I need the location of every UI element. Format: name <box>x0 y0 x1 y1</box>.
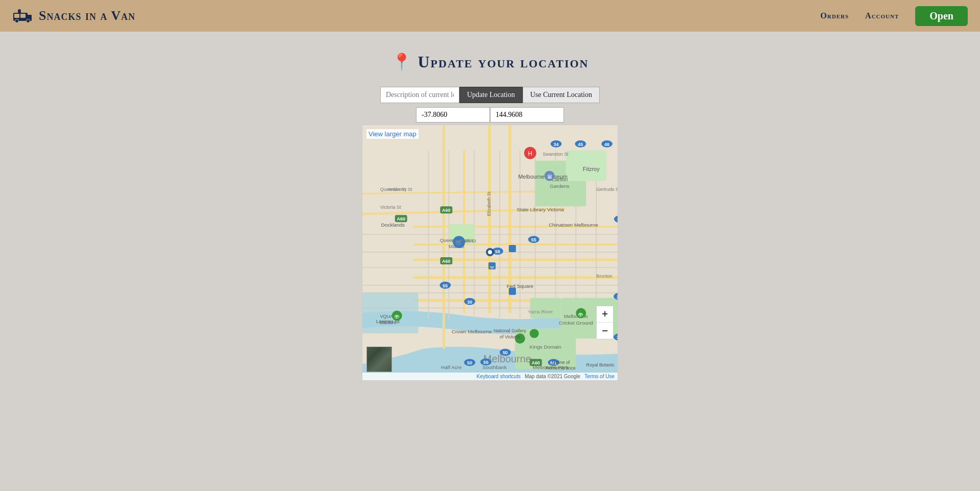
latitude-input[interactable] <box>416 107 490 122</box>
map-footer: Keyboard shortcuts Map data ©2021 Google… <box>362 373 618 380</box>
svg-text:🏛: 🏛 <box>547 174 552 180</box>
svg-text:30: 30 <box>467 300 472 305</box>
svg-text:Stadium: Stadium <box>379 320 396 325</box>
brand: Snacks in a Van <box>12 6 135 26</box>
update-location-button[interactable]: Update Location <box>459 87 523 103</box>
svg-rect-3 <box>20 14 26 18</box>
svg-point-129 <box>530 329 539 338</box>
page-title-container: 📍 Update your location <box>391 52 589 71</box>
svg-rect-41 <box>362 293 419 334</box>
svg-text:Yarra River: Yarra River <box>528 309 553 314</box>
svg-text:Swanston St: Swanston St <box>543 152 569 157</box>
svg-text:Gardens: Gardens <box>550 183 569 189</box>
svg-text:Cricket Ground: Cricket Ground <box>559 320 593 326</box>
brand-title: Snacks in a Van <box>39 8 135 23</box>
longitude-input[interactable] <box>490 107 564 122</box>
brand-icon <box>12 6 33 26</box>
header: Snacks in a Van Orders Account Open <box>0 0 980 32</box>
map-container: Melbourne Queen Victoria Market Carlton … <box>362 125 618 381</box>
map-zoom-controls: + − <box>596 306 614 339</box>
svg-point-5 <box>27 19 30 23</box>
svg-text:🏟: 🏟 <box>578 311 583 317</box>
svg-text:Remembrance: Remembrance <box>546 365 576 371</box>
svg-rect-7 <box>18 12 21 14</box>
page-title: Update your location <box>418 53 589 71</box>
map-svg: Melbourne Queen Victoria Market Carlton … <box>362 125 618 380</box>
svg-text:Half Acre: Half Acre <box>441 364 462 370</box>
svg-rect-107 <box>509 245 516 252</box>
svg-text:Victoria St: Victoria St <box>380 205 401 210</box>
svg-text:State Library Victoria: State Library Victoria <box>517 207 565 212</box>
satellite-thumbnail[interactable] <box>366 347 392 372</box>
svg-text:Royal Botanic: Royal Botanic <box>586 362 615 367</box>
map-data-text: Map data ©2021 Google <box>525 374 580 379</box>
svg-text:Queensberry St: Queensberry St <box>380 187 412 192</box>
svg-text:55: 55 <box>483 360 488 365</box>
svg-text:Fitzroy: Fitzroy <box>583 166 600 172</box>
terms-link[interactable]: Terms of Use <box>584 374 615 379</box>
svg-text:A60: A60 <box>531 360 540 365</box>
svg-text:Docklands: Docklands <box>381 222 405 228</box>
account-link[interactable]: Account <box>865 11 899 20</box>
svg-text:45: 45 <box>578 142 583 147</box>
svg-text:A60: A60 <box>397 216 405 222</box>
svg-text:50: 50 <box>467 360 472 365</box>
svg-text:Shrine of: Shrine of <box>552 360 570 365</box>
zoom-in-button[interactable]: + <box>597 306 613 323</box>
svg-text:34: 34 <box>553 142 558 147</box>
svg-text:Brunton: Brunton <box>596 274 612 279</box>
svg-text:National Gallery: National Gallery <box>494 328 526 333</box>
svg-rect-108 <box>509 288 516 295</box>
svg-text:Chinatown Melbourne: Chinatown Melbourne <box>549 222 598 228</box>
svg-text:50: 50 <box>503 350 508 355</box>
location-pin-icon: 📍 <box>391 52 412 71</box>
svg-text:of Victoria: of Victoria <box>500 334 520 339</box>
zoom-out-button[interactable]: − <box>597 323 613 339</box>
svg-text:55: 55 <box>495 249 500 254</box>
svg-point-4 <box>15 19 19 23</box>
svg-text:Elizabeth St: Elizabeth St <box>486 191 492 216</box>
svg-text:🏟: 🏟 <box>395 313 400 319</box>
svg-rect-2 <box>14 14 19 18</box>
svg-point-116 <box>488 250 492 254</box>
svg-text:H: H <box>528 150 532 157</box>
svg-text:Lonsdale St: Lonsdale St <box>452 238 477 243</box>
svg-text:A60: A60 <box>442 259 450 264</box>
svg-text:Crown Melbourne: Crown Melbourne <box>452 329 492 334</box>
svg-text:Gertrude St: Gertrude St <box>596 187 618 192</box>
svg-text:32: 32 <box>617 217 618 222</box>
use-current-location-button[interactable]: Use Current Location <box>523 87 600 103</box>
main-nav: Orders Account Open <box>820 6 968 26</box>
location-controls: Update Location Use Current Location <box>380 87 600 103</box>
main-content: 📍 Update your location Update Location U… <box>0 32 980 381</box>
svg-text:55: 55 <box>443 283 448 288</box>
svg-text:30: 30 <box>617 294 618 300</box>
svg-text:30: 30 <box>617 335 618 340</box>
svg-text:A60: A60 <box>442 208 450 213</box>
svg-text:🚌: 🚌 <box>489 264 495 269</box>
open-button[interactable]: Open <box>915 6 968 26</box>
svg-text:Kings Domain: Kings Domain <box>530 344 561 350</box>
keyboard-shortcuts-link[interactable]: Keyboard shortcuts <box>477 374 521 379</box>
view-larger-map-link[interactable]: View larger map <box>366 129 419 139</box>
svg-text:Melbourne Museum: Melbourne Museum <box>518 174 568 180</box>
location-description-input[interactable] <box>380 87 459 103</box>
orders-link[interactable]: Orders <box>820 11 849 20</box>
coordinates-row <box>416 107 564 122</box>
svg-text:55: 55 <box>531 237 536 242</box>
svg-text:46: 46 <box>604 142 609 147</box>
